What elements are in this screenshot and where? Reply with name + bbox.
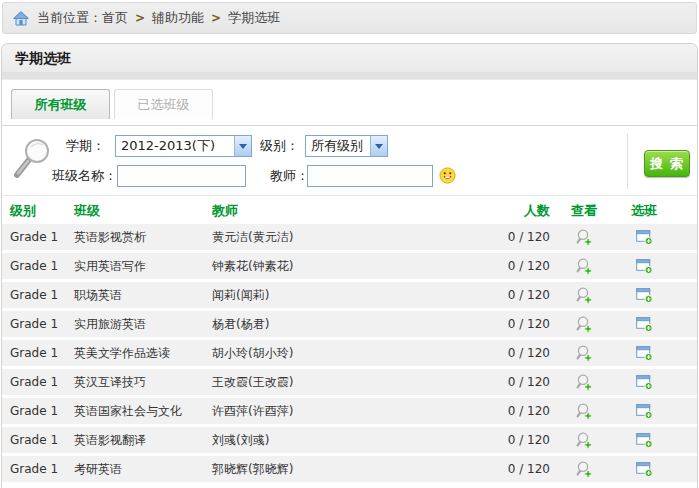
row-view-cell: [552, 369, 616, 395]
breadcrumb-item-current: 学期选班: [228, 9, 280, 27]
magnifier-plus-icon[interactable]: [575, 229, 593, 246]
breadcrumb-item-home[interactable]: 首页: [102, 9, 128, 27]
semester-label: 学期：: [66, 135, 105, 157]
title-strip: [2, 72, 697, 80]
row-level: Grade 1: [2, 224, 74, 250]
magnifier-plus-icon[interactable]: [575, 403, 593, 420]
table-row: Grade 1 英美文学作品选读 胡小玲(胡小玲) 0 / 120: [2, 340, 697, 366]
row-count: 0 / 120: [502, 282, 552, 308]
row-count: 0 / 120: [502, 224, 552, 250]
semester-select[interactable]: 2012-2013(下): [115, 135, 252, 157]
window-plus-icon[interactable]: [636, 258, 653, 274]
tab-all-classes[interactable]: 所有班级: [11, 89, 110, 119]
page-title: 学期选班: [2, 44, 697, 72]
row-teacher: 刘彧(刘彧): [212, 427, 502, 453]
teacher-input[interactable]: [307, 165, 433, 187]
window-plus-icon[interactable]: [636, 403, 653, 419]
breadcrumb-separator: >: [135, 11, 145, 25]
window-plus-icon[interactable]: [636, 316, 653, 332]
window-plus-icon[interactable]: [636, 461, 653, 477]
row-teacher: 钟素花(钟素花): [212, 253, 502, 279]
table-row: Grade 1 英汉互译技巧 王改霞(王改霞) 0 / 120: [2, 369, 697, 395]
row-count: 0 / 120: [502, 369, 552, 395]
window-plus-icon[interactable]: [636, 432, 653, 448]
table-body: Grade 1 英语影视赏析 黄元洁(黄元洁) 0 / 120: [2, 224, 697, 482]
row-level: Grade 1: [2, 456, 74, 482]
row-select-cell: [616, 369, 672, 395]
row-count: 0 / 120: [502, 398, 552, 424]
row-class-name: 英语国家社会与文化: [74, 398, 212, 424]
row-level: Grade 1: [2, 311, 74, 337]
row-teacher: 王改霞(王改霞): [212, 369, 502, 395]
table-row: Grade 1 实用英语写作 钟素花(钟素花) 0 / 120: [2, 253, 697, 279]
header-teacher: 教师: [212, 198, 502, 224]
row-view-cell: [552, 311, 616, 337]
row-view-cell: [552, 398, 616, 424]
header-class: 班级: [74, 198, 212, 224]
smiley-icon: [439, 167, 456, 187]
row-level: Grade 1: [2, 340, 74, 366]
row-level: Grade 1: [2, 282, 74, 308]
magnifier-plus-icon[interactable]: [575, 287, 593, 304]
row-count: 0 / 120: [502, 311, 552, 337]
row-teacher: 郭晓辉(郭晓辉): [212, 456, 502, 482]
semester-select-value: 2012-2013(下): [116, 137, 234, 155]
magnifier-plus-icon[interactable]: [575, 258, 593, 275]
row-count: 0 / 120: [502, 340, 552, 366]
row-class-name: 英语影视翻译: [74, 427, 212, 453]
window-plus-icon[interactable]: [636, 287, 653, 303]
row-class-name: 英语影视赏析: [74, 224, 212, 250]
row-view-cell: [552, 282, 616, 308]
row-select-cell: [616, 456, 672, 482]
row-select-cell: [616, 398, 672, 424]
row-count: 0 / 120: [502, 427, 552, 453]
main-panel: 学期选班 所有班级 已选班级 学期： 2012-2013(下) 级别：: [1, 43, 698, 488]
level-select-value: 所有级别: [306, 137, 370, 155]
row-teacher: 闻莉(闻莉): [212, 282, 502, 308]
teacher-label: 教师：: [270, 165, 309, 187]
row-count: 0 / 120: [502, 456, 552, 482]
breadcrumb-item-aux[interactable]: 辅助功能: [152, 9, 204, 27]
breadcrumb-prefix: 当前位置：: [37, 9, 102, 27]
row-select-cell: [616, 427, 672, 453]
row-select-cell: [616, 253, 672, 279]
tab-bar: 所有班级 已选班级: [11, 89, 213, 119]
tab-selected-classes[interactable]: 已选班级: [114, 89, 213, 119]
row-view-cell: [552, 253, 616, 279]
row-view-cell: [552, 224, 616, 250]
header-select: 选班: [616, 198, 672, 224]
home-icon[interactable]: [13, 11, 29, 26]
magnifier-plus-icon[interactable]: [575, 374, 593, 391]
magnifier-plus-icon[interactable]: [575, 316, 593, 333]
row-view-cell: [552, 456, 616, 482]
row-level: Grade 1: [2, 253, 74, 279]
row-view-cell: [552, 340, 616, 366]
header-view: 查看: [552, 198, 616, 224]
row-select-cell: [616, 340, 672, 366]
header-count: 人数: [502, 198, 552, 224]
magnifier-icon: [10, 136, 54, 189]
table-row: Grade 1 英语国家社会与文化 许酉萍(许酉萍) 0 / 120: [2, 398, 697, 424]
divider: [627, 134, 628, 189]
search-panel: 学期： 2012-2013(下) 级别： 所有级别 班级名称： 教师：: [2, 125, 697, 196]
table-row: Grade 1 职场英语 闻莉(闻莉) 0 / 120: [2, 282, 697, 308]
magnifier-plus-icon[interactable]: [575, 461, 593, 478]
window-plus-icon[interactable]: [636, 345, 653, 361]
row-select-cell: [616, 224, 672, 250]
row-class-name: 职场英语: [74, 282, 212, 308]
row-class-name: 实用英语写作: [74, 253, 212, 279]
class-name-input[interactable]: [117, 165, 246, 187]
row-select-cell: [616, 311, 672, 337]
magnifier-plus-icon[interactable]: [575, 432, 593, 449]
level-select[interactable]: 所有级别: [305, 135, 388, 157]
row-level: Grade 1: [2, 427, 74, 453]
row-class-name: 英美文学作品选读: [74, 340, 212, 366]
window-plus-icon[interactable]: [636, 229, 653, 245]
magnifier-plus-icon[interactable]: [575, 345, 593, 362]
level-label: 级别：: [260, 135, 299, 157]
search-button[interactable]: 搜 索: [644, 150, 690, 177]
row-class-name: 考研英语: [74, 456, 212, 482]
window-plus-icon[interactable]: [636, 374, 653, 390]
page: 当前位置： 首页 > 辅助功能 > 学期选班 学期选班 所有班级 已选班级 学期…: [0, 0, 699, 488]
row-view-cell: [552, 427, 616, 453]
